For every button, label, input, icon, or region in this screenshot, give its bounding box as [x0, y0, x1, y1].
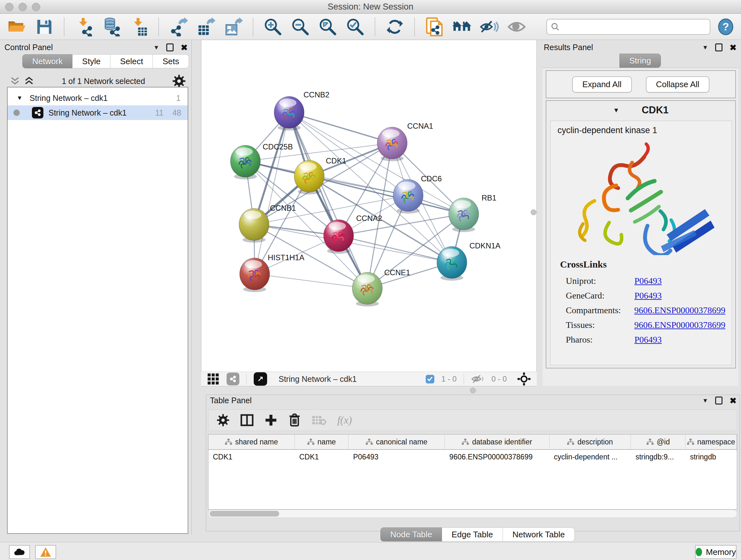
zoom-fit-button[interactable]: [317, 16, 338, 37]
network-edge[interactable]: [255, 112, 289, 274]
fit-selected-crosshair-icon[interactable]: [517, 372, 531, 386]
show-columns-icon[interactable]: [240, 414, 254, 427]
network-node-cdc6[interactable]: CDC6: [393, 174, 442, 213]
detach-view-icon[interactable]: [254, 372, 267, 386]
tab-node-table[interactable]: Node Table: [381, 527, 442, 542]
entry-expander-icon[interactable]: ▼: [613, 107, 619, 114]
column-header-namespace[interactable]: namespace: [685, 435, 737, 449]
export-image-button[interactable]: [223, 16, 244, 37]
hidden-count: 0 - 0: [491, 374, 507, 383]
table-cell[interactable]: CDK1: [208, 450, 295, 464]
column-header-id[interactable]: @id: [631, 435, 685, 449]
tab-network[interactable]: Network: [22, 54, 72, 68]
panel-menu-icon[interactable]: ▼: [702, 397, 708, 404]
table-cell[interactable]: P06493: [348, 450, 445, 464]
save-session-button[interactable]: [34, 16, 55, 37]
hide-selected-button[interactable]: [479, 16, 500, 37]
import-table-button[interactable]: [128, 16, 149, 37]
column-header-description[interactable]: description: [549, 435, 631, 449]
import-database-button[interactable]: [101, 16, 122, 37]
selected-checkbox-icon[interactable]: [426, 375, 434, 383]
panel-menu-icon[interactable]: ▼: [702, 44, 708, 51]
crosslink-link[interactable]: P06493: [634, 334, 662, 345]
crosslink-link[interactable]: 9606.ENSP00000378699: [634, 305, 725, 315]
table-cell[interactable]: CDK1: [295, 450, 349, 464]
splitter-handle[interactable]: [470, 388, 476, 393]
zoom-selected-button[interactable]: [345, 16, 366, 37]
panel-close-icon[interactable]: ✖: [730, 396, 737, 405]
network-node-rb1[interactable]: RB1: [449, 193, 496, 232]
crosslink-link[interactable]: P06493: [634, 276, 662, 286]
cloud-status-button[interactable]: [9, 545, 30, 559]
memory-button[interactable]: Memory: [695, 545, 737, 559]
delete-column-trash-icon[interactable]: [288, 413, 301, 427]
network-collection-row[interactable]: ▼ String Network – cdk1 1: [8, 91, 188, 105]
tab-string[interactable]: String: [619, 54, 661, 68]
import-database-icon: [102, 17, 121, 37]
help-button[interactable]: ?: [717, 16, 735, 37]
panel-divider: [192, 40, 192, 535]
splitter-handle[interactable]: [531, 209, 536, 215]
column-header-sharedname[interactable]: shared name: [208, 435, 295, 449]
network-node-ccne1[interactable]: CCNE1: [352, 268, 410, 307]
network-node-ccnb2[interactable]: CCNB2: [274, 90, 329, 131]
column-header-databaseidentifier[interactable]: database identifier: [445, 435, 549, 449]
first-neighbors-button[interactable]: [451, 16, 472, 37]
table-settings-gear-icon[interactable]: [217, 414, 229, 427]
tab-select[interactable]: Select: [111, 54, 153, 68]
tree-expander-icon[interactable]: ▼: [17, 95, 23, 102]
table-row[interactable]: CDK1CDK1P064939606.ENSP00000378699cyclin…: [208, 450, 737, 464]
panel-close-icon[interactable]: ✖: [730, 44, 737, 52]
network-edge[interactable]: [255, 274, 367, 288]
column-header-name[interactable]: name: [295, 435, 349, 449]
panel-menu-icon[interactable]: ▼: [153, 44, 159, 51]
panel-float-icon[interactable]: [166, 44, 174, 51]
export-table-button[interactable]: [195, 16, 216, 37]
table-cell[interactable]: stringdb: [685, 450, 737, 464]
panel-float-icon[interactable]: [715, 44, 723, 51]
table-cell[interactable]: stringdb:9...: [631, 450, 685, 464]
zoom-in-button[interactable]: [262, 16, 283, 37]
network-node-cdkn1a[interactable]: CDKN1A: [437, 241, 500, 281]
table-cell[interactable]: 9606.ENSP00000378699: [445, 450, 549, 464]
search-input[interactable]: [562, 22, 706, 32]
network-node-hist1h1a[interactable]: HIST1H1A: [240, 253, 305, 292]
import-network-button[interactable]: [73, 16, 94, 37]
expand-all-icon[interactable]: [23, 76, 35, 86]
refresh-button[interactable]: [384, 16, 405, 37]
zoom-out-button[interactable]: [290, 16, 311, 37]
grid-view-icon[interactable]: [207, 373, 219, 385]
table-cell[interactable]: cyclin-dependent ...: [549, 450, 631, 464]
network-row[interactable]: String Network – cdk1 11 48: [8, 105, 188, 120]
collapse-all-button[interactable]: Collapse All: [646, 76, 710, 92]
panel-float-icon[interactable]: [715, 396, 723, 405]
show-all-button[interactable]: [506, 16, 527, 37]
network-canvas[interactable]: CCNB2CCNA1CDC25BCDK1CDC6RB1CCNB1CCNA2CDK…: [201, 40, 537, 372]
gear-icon[interactable]: [172, 74, 186, 88]
table-horizontal-scrollbar[interactable]: [208, 509, 737, 518]
network-node-ccnb1[interactable]: CCNB1: [239, 204, 296, 243]
network-birdseye-icon[interactable]: [226, 373, 239, 385]
expand-all-button[interactable]: Expand All: [572, 76, 632, 92]
network-edge[interactable]: [289, 112, 367, 288]
tab-edge-table[interactable]: Edge Table: [442, 527, 503, 542]
tab-style[interactable]: Style: [72, 54, 111, 68]
tab-sets[interactable]: Sets: [153, 54, 189, 68]
network-edge[interactable]: [289, 112, 392, 143]
scrollbar-thumb[interactable]: [210, 511, 279, 516]
crosslink-link[interactable]: 9606.ENSP00000378699: [634, 320, 725, 330]
network-edge[interactable]: [339, 236, 452, 262]
warning-status-button[interactable]: [35, 545, 56, 559]
crosslink-link[interactable]: P06493: [634, 291, 662, 301]
eye-icon: [508, 19, 526, 34]
column-header-canonicalname[interactable]: canonical name: [348, 435, 445, 449]
open-session-button[interactable]: [6, 16, 27, 37]
clone-network-button[interactable]: [424, 16, 445, 37]
export-image-icon: [224, 17, 243, 37]
collapse-all-icon[interactable]: [10, 76, 20, 86]
add-column-icon[interactable]: [265, 414, 277, 427]
panel-close-icon[interactable]: ✖: [181, 44, 188, 52]
tab-network-table[interactable]: Network Table: [503, 527, 575, 542]
open-folder-icon: [8, 19, 26, 35]
export-network-button[interactable]: [168, 16, 189, 37]
